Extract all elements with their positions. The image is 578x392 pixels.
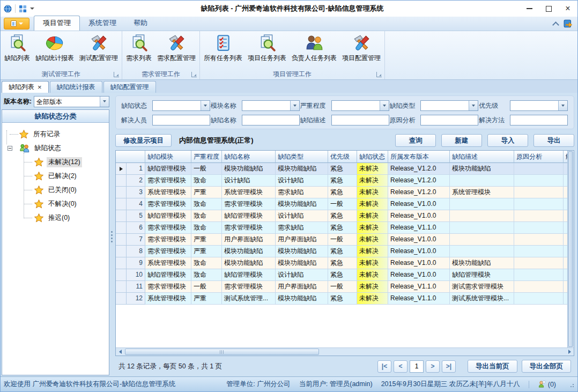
table-cell[interactable]: 设计缺陷 xyxy=(222,175,276,187)
table-cell[interactable]: Release_V1.0.0 xyxy=(388,210,450,222)
table-cell[interactable] xyxy=(450,198,514,210)
priority-combobox[interactable] xyxy=(510,100,568,111)
column-header[interactable]: 所属发布版本 xyxy=(388,151,450,163)
table-cell[interactable]: 紧急 xyxy=(328,210,357,222)
table-row[interactable]: 9系统管理模块致命模块功能缺陷模块功能缺陷紧急未解决Release_V1.0.0… xyxy=(116,257,567,269)
horizontal-scrollbar-thumb[interactable] xyxy=(125,349,319,355)
table-row[interactable]: 4需求管理模块致命需求管理模块模块功能缺陷一般未解决Release_V1.0.0 xyxy=(116,198,567,210)
table-row[interactable]: 11需求管理模块一般需求管理模块用户界面缺陷一般未解决Release_V1.1.… xyxy=(116,281,567,293)
table-cell[interactable]: 严重 xyxy=(191,246,222,257)
column-header[interactable]: 优先级 xyxy=(328,151,357,163)
table-cell[interactable]: Release_V1.0.0 xyxy=(388,257,450,269)
combo-dropdown-button[interactable] xyxy=(380,101,389,110)
table-cell[interactable]: 紧急 xyxy=(328,293,357,305)
table-cell[interactable] xyxy=(514,234,564,246)
table-cell[interactable]: 致命 xyxy=(191,257,222,269)
table-cell[interactable]: 缺陷管理模块 xyxy=(145,269,191,281)
column-header[interactable]: 缺陷模块 xyxy=(145,151,191,163)
table-row[interactable]: 8需求管理模块严重模块功能缺陷模块功能缺陷紧急未解决Release_V1.0.0 xyxy=(116,246,567,257)
column-header[interactable]: 缺陷描述 xyxy=(450,151,514,163)
table-cell[interactable]: 模块功能缺陷 xyxy=(450,257,514,269)
ribbon-button-owner-tasks[interactable]: 负责人任务列表 xyxy=(289,32,339,64)
table-cell[interactable] xyxy=(514,163,564,175)
table-cell[interactable]: 模块功能缺陷 xyxy=(276,293,328,305)
message-badge[interactable]: (0) xyxy=(538,380,556,388)
table-cell[interactable]: 紧急 xyxy=(328,163,357,175)
table-cell[interactable]: 模块功能缺陷 xyxy=(222,246,276,257)
defect-desc-input[interactable] xyxy=(331,115,389,125)
table-cell[interactable]: 测试需求管理模块 xyxy=(450,281,514,293)
table-cell[interactable]: 缺陷管理模块 xyxy=(222,210,276,222)
table-cell[interactable]: 致命 xyxy=(191,175,222,187)
table-cell[interactable]: 未解决 xyxy=(357,246,388,257)
table-cell[interactable]: Release_V1.1.0 xyxy=(388,222,450,234)
defect-name-input[interactable] xyxy=(242,115,300,125)
table-cell[interactable]: 未解决 xyxy=(357,210,388,222)
page-number-input[interactable] xyxy=(410,360,424,373)
table-cell[interactable] xyxy=(450,210,514,222)
column-header[interactable]: 严重程度 xyxy=(191,151,222,163)
scroll-right-arrow-icon[interactable] xyxy=(565,348,574,356)
table-cell[interactable] xyxy=(514,210,564,222)
combo-dropdown-button[interactable] xyxy=(469,101,478,110)
quick-access-grid-icon[interactable] xyxy=(19,5,27,13)
new-button[interactable]: 新建 xyxy=(441,134,482,147)
column-header[interactable]: 缺陷名称 xyxy=(222,151,276,163)
table-cell[interactable]: 需求管理模块 xyxy=(145,222,191,234)
table-cell[interactable]: Release_V1.1.0 xyxy=(388,281,450,293)
table-cell[interactable]: Release_V1.2.0 xyxy=(388,175,450,187)
tree-item-postponed[interactable]: 推迟(0) xyxy=(5,211,107,225)
vertical-scrollbar[interactable] xyxy=(567,151,574,347)
column-header[interactable]: 原因分析 xyxy=(514,151,564,163)
combo-dropdown-button[interactable] xyxy=(290,101,299,110)
table-cell[interactable]: 未解决 xyxy=(357,257,388,269)
table-cell[interactable] xyxy=(564,281,567,293)
table-cell[interactable] xyxy=(514,293,564,305)
tree-item-all-records[interactable]: 所有记录 xyxy=(5,127,107,141)
severity-combobox[interactable] xyxy=(331,100,389,111)
ribbon-button-test-config[interactable]: 测试配置管理 xyxy=(77,32,121,64)
table-cell[interactable]: 系统管理模块 xyxy=(145,257,191,269)
table-cell[interactable] xyxy=(450,175,514,187)
cause-analysis-input[interactable] xyxy=(420,115,478,125)
solution-input[interactable] xyxy=(510,115,568,125)
doc-tab-defect-report[interactable]: 缺陷统计报表 xyxy=(50,81,102,93)
table-cell[interactable]: 设计缺陷 xyxy=(276,175,328,187)
sidebar-splitter[interactable] xyxy=(109,94,114,375)
prev-page-button[interactable]: < xyxy=(394,360,407,373)
table-cell[interactable]: 需求管理模块 xyxy=(222,222,276,234)
ribbon-tab-help[interactable]: 帮助 xyxy=(125,16,156,31)
quick-access-caret-icon[interactable] xyxy=(30,8,34,10)
table-cell[interactable]: 一般 xyxy=(328,234,357,246)
table-cell[interactable] xyxy=(564,269,567,281)
table-cell[interactable]: 需求管理模块 xyxy=(145,198,191,210)
table-cell[interactable] xyxy=(514,222,564,234)
last-page-button[interactable]: >| xyxy=(442,360,456,373)
table-cell[interactable]: 一般 xyxy=(191,281,222,293)
table-cell[interactable]: 模块功能缺陷 xyxy=(222,257,276,269)
table-row[interactable]: 1缺陷管理模块一般模块功能缺陷模块功能缺陷紧急未解决Release_V1.2.0… xyxy=(116,163,567,175)
table-cell[interactable] xyxy=(564,210,567,222)
vertical-scrollbar-thumb[interactable] xyxy=(568,151,573,347)
table-cell[interactable]: 系统管理模块 xyxy=(145,187,191,198)
table-cell[interactable]: 需求管理模块 xyxy=(145,281,191,293)
tree-item-resolved[interactable]: 已解决(2) xyxy=(5,169,107,183)
defect-type-combobox[interactable] xyxy=(420,100,478,111)
table-cell[interactable] xyxy=(514,246,564,257)
modify-columns-button[interactable]: 修改显示项目 xyxy=(115,134,172,147)
ribbon-button-requirement-list[interactable]: 需求列表 xyxy=(123,32,154,64)
resize-grip[interactable] xyxy=(568,381,574,388)
ribbon-button-all-tasks[interactable]: 所有任务列表 xyxy=(201,32,245,64)
table-cell[interactable] xyxy=(564,187,567,198)
export-all-pages-button[interactable]: 导出全部页 xyxy=(522,360,572,373)
export-current-page-button[interactable]: 导出当前页 xyxy=(468,360,517,373)
table-cell[interactable]: 需求管理模块 xyxy=(145,234,191,246)
table-cell[interactable] xyxy=(450,246,514,257)
minimize-button[interactable] xyxy=(520,1,539,17)
table-cell[interactable]: 紧急 xyxy=(328,175,357,187)
table-cell[interactable] xyxy=(564,222,567,234)
table-cell[interactable]: Release_V1.0.0 xyxy=(388,246,450,257)
app-menu-button[interactable] xyxy=(4,18,29,29)
table-cell[interactable]: 缺陷管理模块 xyxy=(145,163,191,175)
table-cell[interactable]: 紧急 xyxy=(328,187,357,198)
